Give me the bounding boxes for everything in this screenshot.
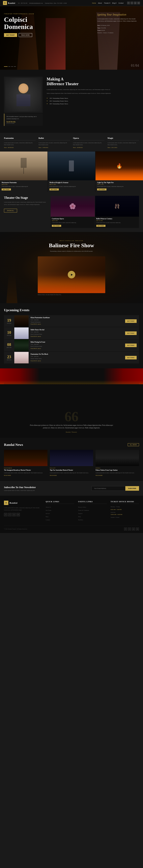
news-title-2: Tips For Australian Musical Theater xyxy=(50,469,93,471)
stage-card-ballet[interactable]: 🩰 Ballet Princess Century June 14, 2021 … xyxy=(95,196,139,228)
header-social: f t g in xyxy=(127,2,140,4)
footer-social-linkedin-icon[interactable]: in xyxy=(17,513,20,516)
shows-grid-section: Marionette Pantomim June 8, 2021 Lorem i… xyxy=(0,151,143,192)
cat-magic-date: Show : 29/11/2021 xyxy=(108,147,139,148)
cat-ballet-text: Lorem ipsum dolor sit amet, consectetur … xyxy=(38,142,70,146)
footer-bottom-linkedin-icon[interactable]: in xyxy=(136,527,139,531)
event-buy-4[interactable]: BUY TICKET xyxy=(125,356,137,360)
newsletter-email-input[interactable] xyxy=(91,486,125,491)
show-fire-buy[interactable]: BUY TICKET xyxy=(97,188,107,190)
footer-link-contact: Contact xyxy=(46,519,74,521)
event-buy-3[interactable]: BUY TICKET xyxy=(125,344,137,347)
show-fire-date: June 11, 2021 xyxy=(97,184,141,185)
event-info-3: Boho Posing In Front 7:00 - 10:00 PM Roy… xyxy=(29,340,125,351)
event-day-3: 08 xyxy=(5,343,13,346)
popular-section: MOST POPULAR THEATER Balinese Fire Show … xyxy=(0,232,143,303)
feature-3: ►350+ Outstanding Theater Shows xyxy=(47,102,139,105)
news-text-3: Lorem ipsum dolor sit amet, consectetur … xyxy=(95,472,139,474)
show-marionette-buy[interactable]: BUY TICKET xyxy=(2,188,11,190)
view-all-news-button[interactable]: ALL NEWS xyxy=(128,443,139,446)
quote-big-number: 66 xyxy=(16,411,127,422)
header: R Randai +61 - 383 766 284 hello@randai@… xyxy=(0,0,143,6)
indicator-4[interactable] xyxy=(14,66,16,67)
show-card-fire[interactable]: 🔥 Light Up The Night Fire June 11, 2021 … xyxy=(95,152,143,192)
hero-content-right: Igniting Your Imagination Lorem ipsum do… xyxy=(97,13,139,34)
nav-contact[interactable]: Contact xyxy=(118,2,123,4)
news-title: Randai News xyxy=(4,443,23,447)
buy-ticket-button[interactable]: BUY TICKET xyxy=(4,33,17,37)
news-read-more-1[interactable]: READ MORE xyxy=(4,475,11,476)
footer-social-twitter-icon[interactable]: t xyxy=(8,513,11,516)
popular-label: MOST POPULAR THEATER xyxy=(4,240,139,241)
footer-logo-icon: R xyxy=(4,501,8,505)
quote-main-text: Proin ullamcorper pretium orci. Donec ne… xyxy=(30,424,113,429)
footer-link-about: About Us xyxy=(46,506,74,508)
footer-ticket-office: Ticket Office Hours Monday - Friday 9:00… xyxy=(111,501,139,522)
nav-theater[interactable]: Theater ▾ xyxy=(104,2,110,4)
nav-home[interactable]: Home xyxy=(92,2,96,4)
hero-date: Date: 02 February 2019 xyxy=(97,24,139,27)
stage-opera-desc: Lorem ipsum dolor sit amet consectetur a… xyxy=(52,222,93,223)
social-twitter-icon[interactable]: t xyxy=(131,2,133,4)
event-name-4: Pantomime On The Block xyxy=(31,353,123,355)
news-text-2: Lorem ipsum dolor sit amet, consectetur … xyxy=(50,472,93,474)
news-read-more-3[interactable]: READ MORE xyxy=(95,475,103,476)
show-knight-buy[interactable]: BUY TICKET xyxy=(50,188,59,190)
indicator-1[interactable] xyxy=(4,66,7,67)
social-linkedin-icon[interactable]: in xyxy=(137,2,140,4)
footer-social-facebook-icon[interactable]: f xyxy=(4,513,7,516)
event-buy-2[interactable]: BUY TICKET xyxy=(125,332,137,335)
hero-content-left: THEATER PERFORMANCE SHOW Colpisci Domeni… xyxy=(4,13,34,37)
event-img-3 xyxy=(14,340,29,351)
footer-quick-links-list: About Us Our Team Service Blog Contact xyxy=(46,506,74,521)
event-day-1: 19 xyxy=(5,318,13,322)
video-thumbnail[interactable]: ▶ xyxy=(38,256,105,293)
event-info-2: Ballet Dance Recital 7:00 - 10:00 PM Roy… xyxy=(29,327,125,339)
ticket-hours-item-4: 10:00 AM - 4:00 PM xyxy=(111,514,139,515)
show-card-marionette[interactable]: Marionette Pantomim June 8, 2021 Lorem i… xyxy=(0,152,48,192)
footer-social-google-icon[interactable]: g xyxy=(12,513,16,516)
cat-opera: Opera Lorem ipsum dolor sit amet, consec… xyxy=(73,137,105,148)
stage-card-opera[interactable]: 🌸 Castrisona Opera June 8, 2021 Lorem ip… xyxy=(51,196,95,228)
event-buy-1[interactable]: BUY TICKET xyxy=(125,319,137,323)
event-img-1 xyxy=(14,315,29,327)
newsletter-form: SUBSCRIBE xyxy=(91,486,139,491)
indicator-3[interactable] xyxy=(11,66,13,67)
social-google-icon[interactable]: g xyxy=(134,2,137,4)
event-name-2: Ballet Dance Recital xyxy=(31,329,123,331)
cat-opera-date: Show : 26/09/2021 xyxy=(73,147,105,148)
show-fire-desc: Lorem ipsum dolor sit amet, consectetur … xyxy=(97,186,141,187)
stage-opera-buy[interactable]: BUY TICKET xyxy=(52,225,61,227)
show-card-knight[interactable]: Medieval Knight & Armour June 11, 2021 L… xyxy=(48,152,95,192)
events-list: 19 JAN 2021 Khan Pantomime Ayuthiane 7:0… xyxy=(4,315,139,364)
event-date-4: 23 AUG 2021 xyxy=(4,353,14,363)
news-img-1 xyxy=(4,450,48,466)
quote-main-author: Randai Theater xyxy=(16,431,127,433)
cat-ballet: Ballet Lorem ipsum dolor sit amet, conse… xyxy=(38,137,70,148)
subscribe-button[interactable]: SUBSCRIBE xyxy=(125,486,139,491)
footer-link-team: Our Team xyxy=(46,509,74,511)
event-date-3: 08 MAY 2021 xyxy=(4,341,14,350)
event-img-2 xyxy=(14,328,29,339)
event-meta-3: 7:00 - 10:00 PM Royal Castrisona Venue F… xyxy=(31,343,123,350)
show-info-marionette: Marionette Pantomim June 8, 2021 Lorem i… xyxy=(0,180,48,192)
cat-magic-divider xyxy=(108,140,139,141)
cat-pantomim-title: Pantomim xyxy=(4,137,35,139)
indicator-2[interactable] xyxy=(8,66,10,67)
footer-bottom-google-icon[interactable]: g xyxy=(132,527,135,531)
logo-container[interactable]: R Randai xyxy=(3,1,15,5)
stage-ballet-buy[interactable]: BUY TICKET xyxy=(96,225,106,227)
news-read-more-2[interactable]: READ MORE xyxy=(50,475,57,476)
upcoming-title: Upcoming Events xyxy=(4,308,29,312)
nav-blog[interactable]: Blog ▾ xyxy=(112,2,116,4)
footer-bottom-twitter-icon[interactable]: t xyxy=(128,527,131,531)
nav-about[interactable]: About xyxy=(98,2,102,4)
footer-bottom-facebook-icon[interactable]: f xyxy=(124,527,127,531)
stage-title: Theater On Stage xyxy=(4,196,48,199)
show-all-button[interactable]: SHOW ALL xyxy=(4,209,17,213)
event-info-4: Pantomime On The Block 7:00 - 10:00 PM T… xyxy=(29,352,125,363)
upcoming-events-section: Upcoming Events 19 JAN 2021 Khan Pantomi… xyxy=(0,303,143,369)
hero-description: Lorem ipsum dolor sit amet, consectetur … xyxy=(97,18,139,22)
social-facebook-icon[interactable]: f xyxy=(127,2,130,4)
read-more-button[interactable]: READ MORE xyxy=(19,33,32,37)
